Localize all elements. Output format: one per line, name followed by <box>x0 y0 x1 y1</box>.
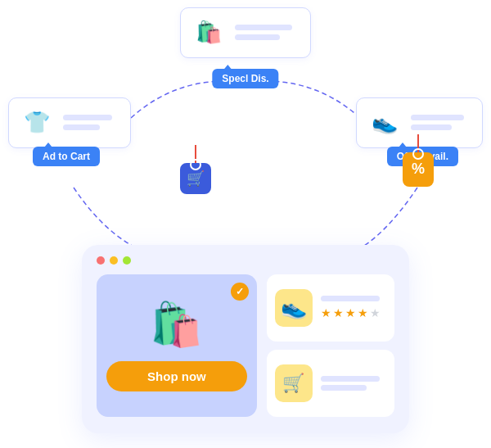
detail-line <box>321 385 367 391</box>
dot-red <box>97 256 105 265</box>
browser-window: ✓ 🛍️ Shop now 👟 ★ ★ ★ <box>82 245 409 433</box>
cart-hanging-tag: 🛒 <box>180 145 211 194</box>
card-line <box>411 124 452 130</box>
star-4: ★ <box>358 306 368 319</box>
main-scene: 🛍️ Specl Dis. 👕 Ad to Cart 👟 Offer Avail… <box>8 7 483 441</box>
cart-tag-box: 🛒 <box>180 163 211 194</box>
product-card: 👟 ★ ★ ★ ★ ★ <box>267 274 394 342</box>
cart-image: 🛒 <box>275 364 313 402</box>
cart-details <box>321 376 386 391</box>
right-panel: 👟 ★ ★ ★ ★ ★ <box>267 274 394 417</box>
special-discount-label: Specl Dis. <box>212 69 278 88</box>
shopping-bag-icon: 🛍️ <box>150 300 203 350</box>
left-panel: ✓ 🛍️ Shop now <box>97 274 257 417</box>
detail-line <box>321 376 380 382</box>
star-1: ★ <box>321 306 331 319</box>
browser-dots <box>97 256 394 265</box>
star-5: ★ <box>370 306 381 319</box>
card-lines <box>411 115 464 130</box>
product-details: ★ ★ ★ ★ ★ <box>321 296 386 319</box>
product-image: 👟 <box>275 289 313 327</box>
card-line <box>235 34 280 40</box>
card-lines <box>63 115 112 130</box>
shop-now-button[interactable]: Shop now <box>106 361 247 391</box>
card-line <box>235 25 292 30</box>
dot-green <box>123 256 131 265</box>
percent-hanging-tag: % <box>403 134 434 187</box>
cart-product-icon: 🛒 <box>282 373 304 394</box>
detail-line <box>321 296 380 301</box>
cart-icon: 🛒 <box>187 170 205 188</box>
cart-card: 🛒 <box>267 350 394 417</box>
shopping-bags-icon: 🛍️ <box>191 15 227 51</box>
add-to-cart-card: 👕 <box>8 97 131 148</box>
percent-tag-box: % <box>403 152 434 187</box>
sneaker-icon: 👟 <box>281 295 307 320</box>
stars-row: ★ ★ ★ ★ ★ <box>321 306 386 319</box>
add-to-cart-label: Ad to Cart <box>33 147 100 166</box>
star-2: ★ <box>333 306 344 319</box>
card-lines <box>235 25 292 40</box>
card-line <box>63 124 100 130</box>
star-3: ★ <box>345 306 356 319</box>
card-line <box>63 115 112 120</box>
special-discount-card: 🛍️ <box>180 7 311 58</box>
checkmark-badge: ✓ <box>231 283 249 301</box>
dot-yellow <box>110 256 118 265</box>
shirt-icon: 👕 <box>19 105 55 141</box>
card-line <box>411 115 464 120</box>
shoe-icon: 👟 <box>367 105 403 141</box>
browser-content: ✓ 🛍️ Shop now 👟 ★ ★ ★ <box>97 274 394 417</box>
percent-icon: % <box>412 161 425 178</box>
